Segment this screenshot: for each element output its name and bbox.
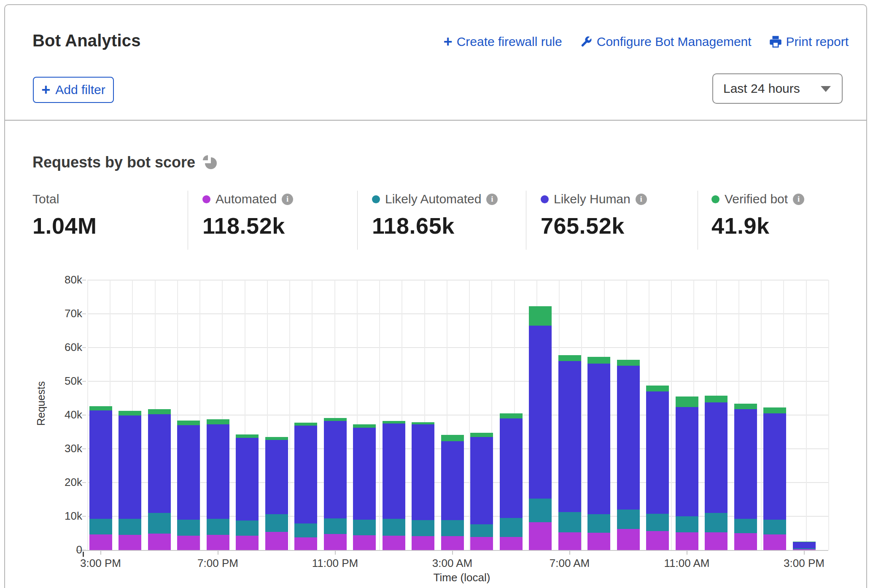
bar-segment-automated[interactable] — [265, 532, 288, 550]
info-icon[interactable]: i — [636, 194, 647, 205]
info-icon[interactable]: i — [282, 194, 293, 205]
bar-segment-verified-bot[interactable] — [470, 433, 493, 437]
bar-segment-verified-bot[interactable] — [793, 542, 816, 542]
bar-segment-automated[interactable] — [500, 537, 523, 550]
bar-segment-verified-bot[interactable] — [734, 404, 757, 410]
bar-segment-likely-human[interactable] — [705, 402, 728, 513]
info-icon[interactable]: i — [793, 194, 804, 205]
bar-segment-verified-bot[interactable] — [353, 424, 376, 428]
add-filter-button[interactable]: + Add filter — [33, 77, 114, 103]
bar-segment-verified-bot[interactable] — [558, 355, 581, 361]
bar-segment-likely-automated[interactable] — [119, 519, 141, 535]
bar-segment-verified-bot[interactable] — [119, 411, 141, 415]
bar-segment-verified-bot[interactable] — [236, 434, 259, 438]
bar-segment-likely-automated[interactable] — [412, 520, 434, 536]
bar-segment-likely-human[interactable] — [119, 415, 141, 519]
bar-segment-verified-bot[interactable] — [207, 419, 229, 424]
bar-segment-verified-bot[interactable] — [676, 396, 698, 407]
bar-segment-automated[interactable] — [587, 533, 610, 550]
bar-segment-likely-automated[interactable] — [89, 519, 112, 534]
bar-segment-likely-human[interactable] — [646, 391, 669, 514]
bar-segment-likely-automated[interactable] — [587, 514, 610, 533]
bar-segment-automated[interactable] — [763, 534, 786, 550]
configure-bot-management-link[interactable]: Configure Bot Management — [580, 35, 752, 49]
info-icon[interactable]: i — [486, 194, 498, 205]
bar-segment-automated[interactable] — [324, 534, 347, 550]
bar-segment-likely-human[interactable] — [383, 423, 405, 519]
bar-segment-verified-bot[interactable] — [705, 396, 728, 402]
bar-segment-likely-human[interactable] — [236, 438, 259, 521]
bar-segment-likely-automated[interactable] — [470, 524, 493, 537]
bar-segment-likely-automated[interactable] — [383, 519, 405, 536]
bar-segment-automated[interactable] — [236, 536, 259, 550]
bar-segment-verified-bot[interactable] — [529, 306, 552, 326]
bar-segment-likely-human[interactable] — [500, 418, 523, 518]
bar-segment-likely-automated[interactable] — [529, 499, 552, 522]
bar-segment-likely-human[interactable] — [265, 440, 288, 514]
bar-segment-likely-human[interactable] — [89, 410, 112, 519]
bar-segment-automated[interactable] — [529, 522, 552, 550]
bar-segment-likely-automated[interactable] — [705, 513, 728, 532]
bar-segment-automated[interactable] — [412, 536, 434, 550]
bar-segment-likely-human[interactable] — [148, 414, 171, 513]
bar-segment-automated[interactable] — [294, 537, 317, 550]
bar-segment-verified-bot[interactable] — [324, 418, 347, 421]
bar-segment-likely-automated[interactable] — [646, 514, 669, 531]
bar-segment-likely-human[interactable] — [763, 413, 786, 520]
bar-segment-verified-bot[interactable] — [412, 422, 434, 425]
bar-segment-likely-human[interactable] — [558, 361, 581, 512]
bar-segment-automated[interactable] — [383, 536, 405, 550]
bar-segment-likely-automated[interactable] — [676, 516, 698, 532]
bar-segment-likely-human[interactable] — [441, 441, 464, 520]
bar-segment-likely-automated[interactable] — [353, 520, 376, 535]
bar-segment-likely-human[interactable] — [676, 407, 698, 516]
bar-segment-likely-human[interactable] — [177, 425, 200, 520]
time-range-select[interactable]: Last 24 hours — [712, 73, 843, 104]
bar-segment-automated[interactable] — [353, 535, 376, 550]
bar-segment-likely-human[interactable] — [617, 366, 640, 510]
bar-segment-automated[interactable] — [705, 532, 728, 550]
bar-segment-automated[interactable] — [89, 534, 112, 550]
bar-segment-verified-bot[interactable] — [383, 421, 405, 423]
bar-segment-verified-bot[interactable] — [646, 386, 669, 391]
bar-segment-likely-automated[interactable] — [148, 513, 171, 534]
bar-segment-verified-bot[interactable] — [294, 423, 317, 425]
bar-segment-likely-automated[interactable] — [763, 520, 786, 534]
bar-segment-automated[interactable] — [676, 532, 698, 550]
bar-segment-automated[interactable] — [558, 532, 581, 550]
bar-segment-automated[interactable] — [207, 535, 229, 550]
bar-segment-likely-automated[interactable] — [236, 521, 259, 536]
bar-segment-automated[interactable] — [470, 537, 493, 550]
bar-segment-automated[interactable] — [617, 529, 640, 550]
bar-segment-verified-bot[interactable] — [587, 357, 610, 363]
bar-segment-likely-automated[interactable] — [617, 510, 640, 529]
bar-segment-automated[interactable] — [646, 531, 669, 550]
bar-segment-likely-automated[interactable] — [294, 523, 317, 538]
bar-segment-verified-bot[interactable] — [89, 406, 112, 410]
bar-segment-likely-human[interactable] — [529, 326, 552, 499]
bar-segment-verified-bot[interactable] — [441, 435, 464, 441]
bar-segment-likely-human[interactable] — [294, 426, 317, 523]
bar-segment-automated[interactable] — [148, 534, 171, 550]
bar-segment-verified-bot[interactable] — [617, 360, 640, 366]
bar-segment-likely-human[interactable] — [587, 364, 610, 515]
bar-segment-likely-automated[interactable] — [207, 519, 229, 535]
bar-segment-likely-automated[interactable] — [793, 548, 816, 549]
print-report-link[interactable]: Print report — [769, 35, 849, 49]
bar-segment-likely-human[interactable] — [412, 424, 434, 520]
bar-segment-likely-automated[interactable] — [265, 514, 288, 532]
bar-segment-likely-automated[interactable] — [177, 520, 200, 536]
bar-segment-likely-human[interactable] — [324, 421, 347, 518]
bar-segment-automated[interactable] — [734, 533, 757, 550]
bar-segment-likely-automated[interactable] — [734, 519, 757, 533]
bar-segment-verified-bot[interactable] — [148, 409, 171, 414]
bar-segment-likely-human[interactable] — [793, 542, 816, 548]
bar-segment-likely-human[interactable] — [353, 428, 376, 520]
bar-segment-likely-automated[interactable] — [558, 512, 581, 532]
bar-segment-automated[interactable] — [177, 536, 200, 550]
bar-segment-verified-bot[interactable] — [763, 407, 786, 413]
create-firewall-rule-link[interactable]: + Create firewall rule — [444, 35, 562, 49]
bar-segment-likely-human[interactable] — [734, 409, 757, 519]
bar-segment-verified-bot[interactable] — [500, 413, 523, 418]
bar-segment-likely-automated[interactable] — [324, 518, 347, 534]
